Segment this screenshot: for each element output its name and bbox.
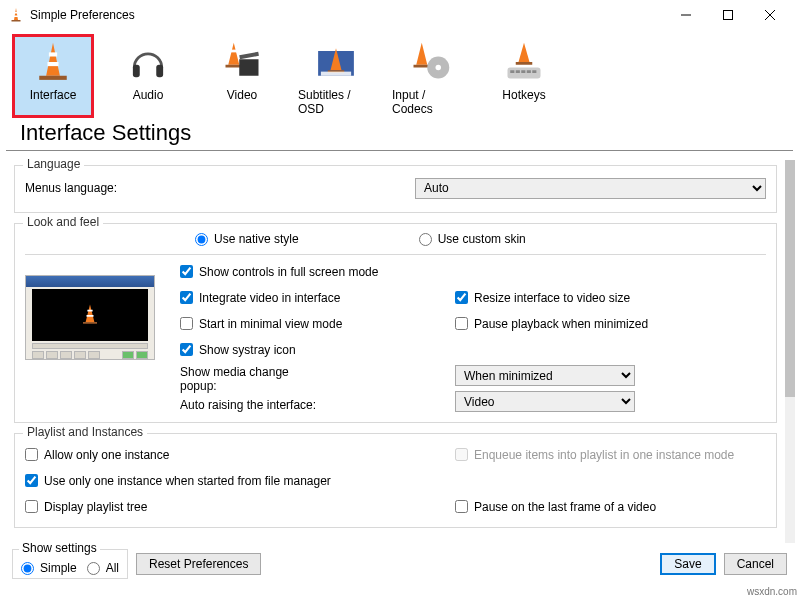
chk-enqueue-one-instance: Enqueue items into playlist in one insta…: [455, 444, 766, 465]
tab-label: Audio: [133, 88, 164, 102]
settings-scroll-area: Language Menus language: Auto Look and f…: [0, 155, 799, 549]
svg-marker-8: [46, 43, 60, 76]
radio-native-style[interactable]: Use native style: [195, 232, 299, 246]
radio-custom-skin-label: Use custom skin: [438, 232, 526, 246]
chk-resize-interface-label: Resize interface to video size: [474, 291, 630, 305]
chk-allow-one-instance-label: Allow only one instance: [44, 448, 169, 462]
svg-rect-30: [510, 70, 514, 73]
radio-show-all[interactable]: All: [87, 561, 119, 575]
svg-line-6: [765, 10, 775, 20]
tab-label: Input / Codecs: [392, 88, 468, 116]
tab-label: Hotkeys: [502, 88, 545, 102]
tab-label: Interface: [30, 88, 77, 102]
chk-display-playlist-tree-label: Display playlist tree: [44, 500, 147, 514]
headphones-icon: [124, 38, 172, 86]
svg-rect-36: [87, 310, 92, 312]
cone-icon: [29, 38, 77, 86]
chk-enqueue-one-instance-input: [455, 448, 468, 461]
show-settings-group: Show settings Simple All: [12, 549, 128, 579]
group-look-and-feel: Look and feel Use native style Use custo…: [14, 223, 777, 423]
tab-input-codecs[interactable]: Input / Codecs: [390, 34, 470, 118]
interface-preview-thumbnail: [25, 275, 155, 360]
chk-one-instance-filemgr-label: Use only one instance when started from …: [44, 474, 331, 488]
svg-rect-32: [521, 70, 525, 73]
reset-preferences-button[interactable]: Reset Preferences: [136, 553, 261, 575]
chk-one-instance-filemgr-input[interactable]: [25, 474, 38, 487]
save-button[interactable]: Save: [660, 553, 715, 575]
chk-integrate-video-label: Integrate video in interface: [199, 291, 340, 305]
svg-rect-1: [15, 12, 18, 14]
group-label-playlist: Playlist and Instances: [23, 425, 147, 439]
svg-rect-13: [156, 65, 163, 77]
scrollbar-thumb[interactable]: [785, 160, 795, 397]
group-label-language: Language: [23, 157, 84, 171]
media-popup-select[interactable]: When minimized: [455, 365, 635, 386]
chk-pause-last-frame[interactable]: Pause on the last frame of a video: [455, 496, 766, 517]
svg-rect-28: [516, 62, 533, 65]
svg-rect-18: [239, 52, 259, 59]
chk-resize-interface-input[interactable]: [455, 291, 468, 304]
svg-rect-33: [527, 70, 531, 73]
tab-interface[interactable]: Interface: [12, 34, 94, 118]
svg-rect-38: [83, 322, 97, 324]
radio-native-style-input[interactable]: [195, 233, 208, 246]
radio-show-all-label: All: [106, 561, 119, 575]
vertical-scrollbar[interactable]: [785, 160, 795, 543]
app-icon: [8, 7, 24, 23]
radio-show-simple[interactable]: Simple: [21, 561, 77, 575]
svg-marker-23: [416, 43, 427, 65]
chk-enqueue-one-instance-label: Enqueue items into playlist in one insta…: [474, 448, 734, 462]
chk-one-instance-filemgr[interactable]: Use only one instance when started from …: [25, 470, 455, 491]
chk-pause-last-frame-input[interactable]: [455, 500, 468, 513]
radio-show-simple-input[interactable]: [21, 562, 34, 575]
chk-resize-interface[interactable]: Resize interface to video size: [455, 287, 766, 308]
chk-display-playlist-tree[interactable]: Display playlist tree: [25, 496, 455, 517]
watermark-text: wsxdn.com: [747, 586, 797, 597]
radio-custom-skin-input[interactable]: [419, 233, 432, 246]
chk-systray-icon-input[interactable]: [180, 343, 193, 356]
chk-integrate-video-input[interactable]: [180, 291, 193, 304]
tab-audio[interactable]: Audio: [108, 34, 188, 118]
tab-hotkeys[interactable]: Hotkeys: [484, 34, 564, 118]
chk-systray-icon[interactable]: Show systray icon: [180, 339, 455, 360]
svg-marker-0: [14, 8, 18, 20]
chk-minimal-view-input[interactable]: [180, 317, 193, 330]
chk-pause-minimized[interactable]: Pause playback when minimized: [455, 313, 766, 334]
settings-tabbar: Interface Audio Video: [0, 30, 799, 118]
footer-bar: Show settings Simple All Reset Preferenc…: [0, 549, 799, 579]
chk-fullscreen-controls[interactable]: Show controls in full screen mode: [180, 261, 455, 282]
svg-marker-14: [228, 43, 239, 65]
minimize-button[interactable]: [665, 1, 707, 29]
group-label-lookfeel: Look and feel: [23, 215, 103, 229]
svg-marker-27: [519, 43, 530, 62]
subtitle-cone-icon: [312, 38, 360, 86]
tab-subtitles[interactable]: Subtitles / OSD: [296, 34, 376, 118]
autoraise-select[interactable]: Video: [455, 391, 635, 412]
chk-pause-minimized-input[interactable]: [455, 317, 468, 330]
menus-language-select[interactable]: Auto: [415, 178, 766, 199]
chk-minimal-view[interactable]: Start in minimal view mode: [180, 313, 455, 334]
chk-allow-one-instance-input[interactable]: [25, 448, 38, 461]
svg-rect-31: [516, 70, 520, 73]
chk-integrate-video[interactable]: Integrate video in interface: [180, 287, 455, 308]
tab-video[interactable]: Video: [202, 34, 282, 118]
close-button[interactable]: [749, 1, 791, 29]
chk-systray-icon-label: Show systray icon: [199, 343, 296, 357]
menus-language-label: Menus language:: [25, 181, 205, 195]
cancel-button[interactable]: Cancel: [724, 553, 787, 575]
chk-allow-one-instance[interactable]: Allow only one instance: [25, 444, 455, 465]
svg-marker-35: [86, 305, 95, 323]
autoraise-label: Auto raising the interface:: [180, 398, 320, 412]
svg-rect-5: [724, 11, 733, 20]
svg-rect-15: [230, 50, 238, 53]
radio-show-simple-label: Simple: [40, 561, 77, 575]
radio-custom-skin[interactable]: Use custom skin: [419, 232, 526, 246]
show-settings-legend: Show settings: [19, 541, 100, 555]
chk-display-playlist-tree-input[interactable]: [25, 500, 38, 513]
maximize-button[interactable]: [707, 1, 749, 29]
chk-fullscreen-controls-input[interactable]: [180, 265, 193, 278]
svg-point-26: [436, 65, 442, 71]
group-language: Language Menus language: Auto: [14, 165, 777, 213]
radio-show-all-input[interactable]: [87, 562, 100, 575]
svg-line-7: [765, 10, 775, 20]
